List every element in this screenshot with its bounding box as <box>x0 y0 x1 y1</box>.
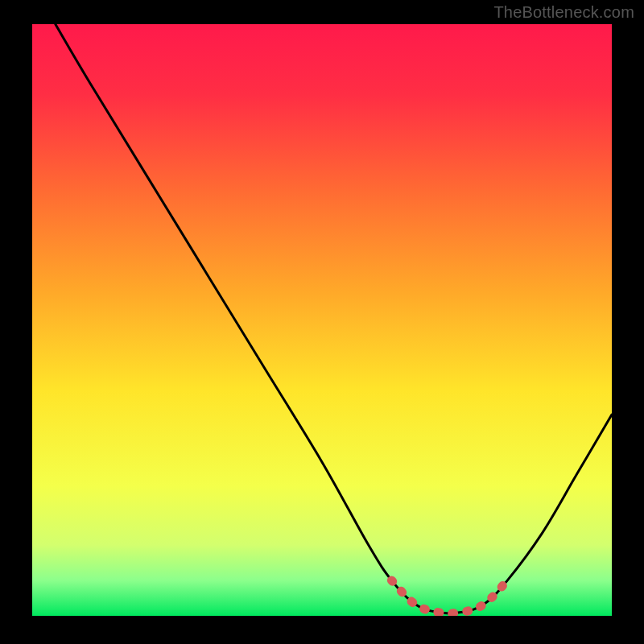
plot-svg <box>32 24 612 616</box>
chart-frame: TheBottleneck.com <box>0 0 644 644</box>
watermark-text: TheBottleneck.com <box>493 3 634 22</box>
gradient-background <box>32 24 612 616</box>
plot-area <box>32 24 612 616</box>
